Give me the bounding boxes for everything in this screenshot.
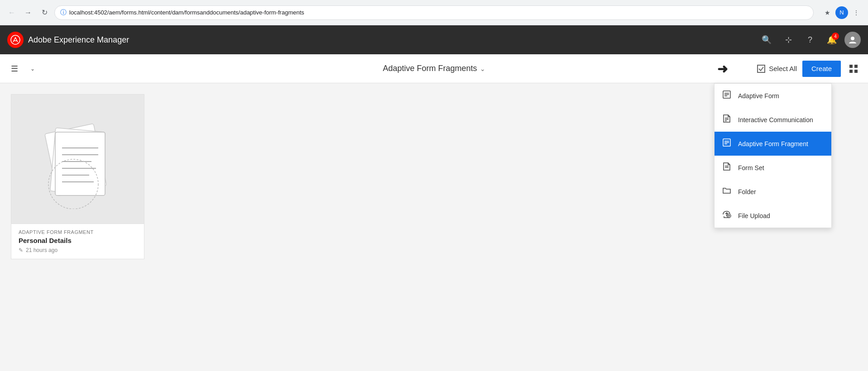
sidebar-chevron-button[interactable]: ⌄ bbox=[25, 62, 40, 76]
card-info: ADAPTIVE FORM FRAGMENT Personal Details … bbox=[11, 224, 144, 259]
url-text: localhost:4502/aem/forms.html/content/da… bbox=[69, 9, 808, 16]
card-personal-details[interactable]: ADAPTIVE FORM FRAGMENT Personal Details … bbox=[11, 94, 144, 259]
card-timestamp: 21 hours ago bbox=[26, 247, 58, 253]
aem-topnav-right: 🔍 ⊹ ? 🔔 4 bbox=[758, 31, 861, 49]
dropdown-item-interactive-communication[interactable]: Interactive Communication bbox=[715, 108, 831, 132]
toolbar-left: ☰ ⌄ bbox=[7, 62, 40, 76]
grid-view-button[interactable] bbox=[846, 62, 861, 76]
adaptive-form-fragment-label: Adaptive Form Fragment bbox=[738, 140, 808, 147]
bookmark-button[interactable]: ★ bbox=[821, 6, 834, 19]
user-avatar[interactable] bbox=[844, 32, 861, 48]
select-all-checkbox[interactable] bbox=[757, 65, 765, 73]
aem-logo-text: Adobe Experience Manager bbox=[28, 35, 129, 45]
svg-rect-2 bbox=[849, 65, 853, 68]
form-set-label: Form Set bbox=[738, 164, 764, 171]
folder-icon bbox=[722, 186, 732, 197]
toolbar-right: ➜ Select All Create bbox=[757, 61, 861, 77]
interactive-communication-icon bbox=[722, 114, 732, 125]
notification-badge: 4 bbox=[832, 33, 839, 40]
apps-button[interactable]: ⊹ bbox=[779, 31, 797, 49]
browser-actions: ★ N ⋮ bbox=[821, 6, 863, 19]
profile-circle[interactable]: N bbox=[835, 6, 848, 19]
create-dropdown-menu: Adaptive Form Interactive Communication bbox=[714, 83, 832, 228]
svg-rect-4 bbox=[849, 70, 853, 73]
browser-chrome: ← → ↻ ⓘ localhost:4502/aem/forms.html/co… bbox=[0, 0, 868, 25]
aem-logo[interactable]: Adobe Experience Manager bbox=[7, 32, 129, 48]
dropdown-item-form-set[interactable]: Form Set bbox=[715, 156, 831, 180]
document-illustration bbox=[28, 109, 128, 209]
dropdown-item-adaptive-form[interactable]: Adaptive Form bbox=[715, 84, 831, 108]
aem-logo-icon bbox=[7, 32, 24, 48]
adaptive-form-icon bbox=[722, 90, 732, 101]
file-upload-icon bbox=[722, 210, 732, 221]
dropdown-item-folder[interactable]: Folder bbox=[715, 180, 831, 204]
svg-point-0 bbox=[11, 35, 20, 44]
card-type: ADAPTIVE FORM FRAGMENT bbox=[19, 229, 137, 235]
aem-topnav: Adobe Experience Manager 🔍 ⊹ ? 🔔 4 bbox=[0, 25, 868, 54]
reload-button[interactable]: ↻ bbox=[38, 6, 51, 19]
svg-rect-5 bbox=[854, 70, 858, 73]
svg-point-1 bbox=[851, 37, 854, 40]
notifications-button[interactable]: 🔔 4 bbox=[823, 31, 841, 49]
forward-button[interactable]: → bbox=[22, 6, 34, 19]
search-button[interactable]: 🔍 bbox=[758, 31, 776, 49]
svg-rect-34 bbox=[55, 132, 105, 195]
menu-button[interactable]: ⋮ bbox=[850, 6, 863, 19]
sidebar-toggle-button[interactable]: ☰ bbox=[7, 62, 22, 76]
adaptive-form-fragment-icon bbox=[722, 138, 732, 149]
address-bar[interactable]: ⓘ localhost:4502/aem/forms.html/content/… bbox=[54, 5, 814, 20]
info-icon: ⓘ bbox=[60, 9, 67, 17]
select-all-area[interactable]: Select All bbox=[757, 65, 797, 73]
help-button[interactable]: ? bbox=[801, 31, 819, 49]
toolbar: ☰ ⌄ Adaptive Form Fragments ⌄ ➜ Select A… bbox=[0, 54, 868, 83]
file-upload-label: File Upload bbox=[738, 212, 770, 219]
page-title[interactable]: Adaptive Form Fragments ⌄ bbox=[383, 64, 485, 73]
card-title: Personal Details bbox=[19, 237, 137, 244]
title-chevron-icon: ⌄ bbox=[480, 65, 485, 72]
back-button[interactable]: ← bbox=[5, 6, 18, 19]
folder-label: Folder bbox=[738, 188, 756, 195]
select-all-label: Select All bbox=[769, 65, 797, 72]
form-set-icon bbox=[722, 162, 732, 173]
svg-rect-3 bbox=[854, 65, 858, 68]
pencil-icon: ✎ bbox=[19, 247, 23, 253]
arrow-indicator: ➜ bbox=[717, 61, 728, 76]
card-meta: ✎ 21 hours ago bbox=[19, 247, 137, 253]
dropdown-item-adaptive-form-fragment[interactable]: Adaptive Form Fragment bbox=[715, 132, 831, 156]
create-button[interactable]: Create bbox=[802, 61, 841, 77]
card-thumbnail bbox=[11, 95, 144, 224]
dropdown-item-file-upload[interactable]: File Upload bbox=[715, 204, 831, 228]
interactive-communication-label: Interactive Communication bbox=[738, 116, 813, 124]
adaptive-form-label: Adaptive Form bbox=[738, 92, 779, 100]
